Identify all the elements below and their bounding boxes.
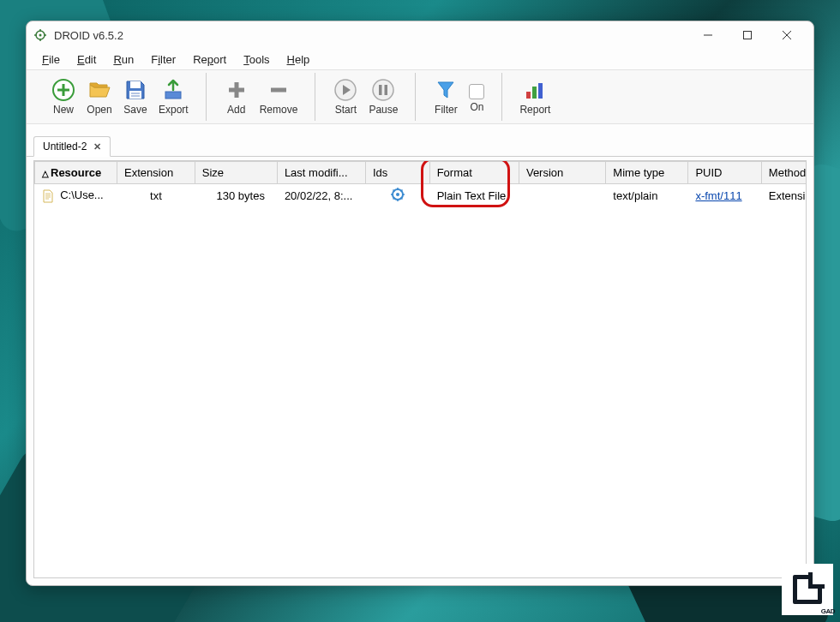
app-icon (33, 28, 47, 42)
cell-resource: C:\Use... (35, 184, 117, 208)
col-format[interactable]: Format (429, 162, 519, 184)
remove-button[interactable]: Remove (255, 74, 303, 120)
watermark-logo-icon (793, 575, 822, 604)
svg-rect-26 (532, 87, 537, 99)
titlebar: DROID v6.5.2 (27, 21, 813, 49)
play-icon (333, 78, 357, 102)
maximize-icon (742, 30, 753, 40)
svg-rect-25 (526, 92, 531, 99)
plus-circle-icon (51, 78, 75, 102)
save-button[interactable]: Save (117, 74, 153, 120)
bar-chart-icon (523, 78, 547, 102)
svg-rect-24 (385, 85, 388, 95)
app-window: DROID v6.5.2 File Edit Run Filter Report… (26, 21, 814, 586)
svg-rect-17 (165, 92, 181, 99)
table-scroll[interactable]: △Resource Extension Size Last modifi... … (34, 161, 806, 577)
minimize-icon (703, 30, 713, 40)
cell-extension: txt (117, 184, 195, 208)
folder-open-icon (87, 78, 111, 102)
close-button[interactable] (767, 22, 807, 48)
open-button[interactable]: Open (81, 74, 117, 120)
svg-point-33 (396, 193, 399, 196)
sort-asc-icon: △ (42, 169, 49, 178)
toolbar: New Open Save Export Add Remove (27, 69, 813, 124)
svg-rect-27 (538, 83, 543, 99)
watermark: GAD (782, 564, 833, 615)
pause-button[interactable]: Pause (363, 74, 403, 120)
menu-report[interactable]: Report (186, 51, 233, 68)
plus-icon (225, 78, 249, 102)
cell-version (519, 184, 605, 208)
cell-method: Extension (761, 184, 806, 208)
funnel-icon (434, 78, 458, 102)
col-mime-type[interactable]: Mime type (606, 162, 688, 184)
svg-point-1 (39, 34, 42, 37)
menu-edit[interactable]: Edit (70, 51, 103, 68)
filter-on-toggle[interactable]: On (464, 74, 489, 120)
cell-format: Plain Text File (429, 184, 519, 208)
cell-last-modified: 20/02/22, 8:... (277, 184, 365, 208)
svg-rect-13 (130, 81, 141, 88)
gear-icon (391, 188, 405, 201)
results-table-container: △Resource Extension Size Last modifi... … (33, 160, 807, 578)
col-version[interactable]: Version (519, 162, 605, 184)
svg-rect-23 (379, 85, 382, 95)
table-row[interactable]: C:\Use... txt 130 bytes 20/02/22, 8:... … (35, 184, 807, 208)
col-method[interactable]: Method (761, 162, 806, 184)
col-size[interactable]: Size (195, 162, 277, 184)
tabbar: Untitled-2 ✕ (27, 133, 813, 157)
results-table: △Resource Extension Size Last modifi... … (34, 161, 806, 207)
menu-tools[interactable]: Tools (237, 51, 276, 68)
col-ids[interactable]: Ids (365, 162, 429, 184)
menubar: File Edit Run Filter Report Tools Help (27, 49, 813, 69)
cell-puid: x-fmt/111 (688, 184, 761, 208)
report-button[interactable]: Report (514, 74, 555, 120)
menu-filter[interactable]: Filter (144, 51, 183, 68)
export-icon (161, 78, 185, 102)
menu-file[interactable]: File (35, 51, 67, 68)
menu-help[interactable]: Help (280, 51, 317, 68)
pause-icon (371, 78, 395, 102)
tab-label: Untitled-2 (43, 141, 87, 153)
add-button[interactable]: Add (219, 74, 255, 120)
cell-ids (365, 184, 429, 208)
tab-untitled-2[interactable]: Untitled-2 ✕ (33, 136, 111, 157)
window-title: DROID v6.5.2 (54, 29, 123, 42)
start-button[interactable]: Start (327, 74, 363, 120)
svg-point-22 (373, 80, 393, 100)
col-resource[interactable]: △Resource (35, 162, 117, 184)
toggle-checkbox-icon (469, 84, 484, 99)
svg-rect-7 (744, 32, 752, 39)
col-extension[interactable]: Extension (117, 162, 195, 184)
export-button[interactable]: Export (153, 74, 194, 120)
cell-mime-type: text/plain (606, 184, 688, 208)
svg-rect-14 (129, 91, 141, 99)
minimize-button[interactable] (688, 22, 728, 48)
tab-close-button[interactable]: ✕ (93, 141, 101, 153)
new-button[interactable]: New (45, 74, 81, 120)
puid-link[interactable]: x-fmt/111 (695, 189, 741, 202)
maximize-button[interactable] (728, 22, 767, 48)
cell-size: 130 bytes (195, 184, 277, 208)
col-puid[interactable]: PUID (688, 162, 761, 184)
text-file-icon (42, 189, 54, 203)
menu-run[interactable]: Run (106, 51, 141, 68)
floppy-icon (123, 78, 147, 102)
close-icon (782, 30, 792, 40)
minus-icon (267, 78, 291, 102)
col-last-modified[interactable]: Last modifi... (277, 162, 365, 184)
filter-button[interactable]: Filter (428, 74, 464, 120)
